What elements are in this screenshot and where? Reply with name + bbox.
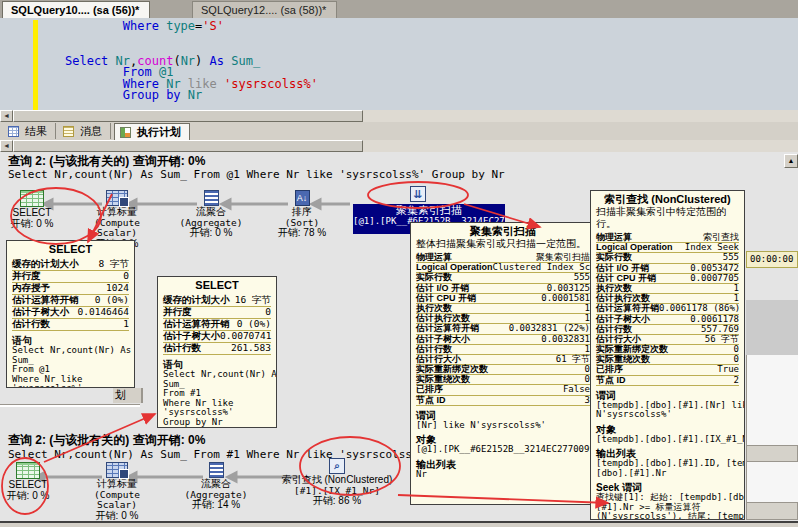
stat-value: 0.0146464 bbox=[78, 307, 129, 318]
code-token: 'sysrscolss%' bbox=[224, 77, 318, 91]
op-select-1[interactable]: SELECT 开销: 0 % bbox=[0, 190, 64, 229]
tooltip-section-line: [dbo].[#1].Nr bbox=[596, 469, 739, 479]
stat-value: 555 bbox=[574, 273, 590, 282]
background-window-fragment bbox=[746, 300, 798, 355]
stat-value: True bbox=[717, 365, 739, 374]
stat-label: 节点 ID bbox=[416, 396, 446, 405]
tooltip-stat-row: 节点 ID2 bbox=[596, 376, 739, 386]
stat-value: 61 字节 bbox=[556, 355, 590, 364]
code-token: Nr bbox=[181, 54, 195, 68]
stat-value: 0.0032831 (22%) bbox=[509, 324, 590, 333]
compute-scalar-icon bbox=[106, 190, 128, 206]
tab-results-label: 结果 bbox=[25, 125, 47, 137]
stat-value: 56 字节 bbox=[705, 335, 739, 344]
tab-sqlquery10[interactable]: SQLQuery10.... (sa (56))* bbox=[2, 1, 150, 18]
op-label: 流聚合 bbox=[176, 479, 256, 490]
tooltip-title: 索引查找 (NonClustered) bbox=[596, 193, 739, 206]
scrollbar-thumb[interactable] bbox=[13, 140, 363, 152]
tooltip-stat-row: 估计运算符开销0.0061178 (86%) bbox=[596, 304, 739, 314]
op-label: SELECT bbox=[0, 208, 64, 219]
stat-value: 2 bbox=[734, 376, 739, 385]
tooltip-section-line: N'sysrscolss%' bbox=[596, 410, 739, 420]
stat-value: 16 字节 bbox=[235, 295, 271, 306]
op-stream-aggregate-2[interactable]: 流聚合 (Aggregate) 开销: 14 % bbox=[176, 462, 256, 511]
tab-results[interactable]: 结果 bbox=[3, 123, 56, 139]
op-sublabel: (Compute Scalar) bbox=[77, 490, 157, 511]
op-stream-aggregate-1[interactable]: 流聚合 (Aggregate) 开销: 0 % bbox=[171, 190, 251, 239]
tooltip-stats: 物理运算索引查找Logical OperationIndex Seek实际行数5… bbox=[596, 233, 739, 386]
stat-label: 实际重绕次数 bbox=[416, 375, 470, 384]
tooltip-title: SELECT bbox=[163, 279, 271, 292]
op-sort-1[interactable]: A↓ 排序 (Sort) 开销: 78 % bbox=[262, 190, 342, 239]
stat-value: 261.583 bbox=[231, 343, 271, 354]
stat-label: 估计行数 bbox=[416, 345, 452, 354]
stat-value: 0.0053472 bbox=[690, 264, 739, 273]
stream-aggregate-icon bbox=[209, 462, 224, 478]
code-line: Group by Nr bbox=[65, 88, 202, 102]
stat-value: 0 bbox=[734, 345, 739, 354]
tab-sqlquery12[interactable]: SQLQuery12.... (sa (58))* bbox=[192, 1, 337, 18]
stat-value: 0.0070741 bbox=[220, 331, 271, 342]
tooltip-description: 整体扫描聚集索引或只扫描一定范围。 bbox=[416, 238, 590, 250]
stat-value: 0.0032831 bbox=[541, 335, 590, 344]
op-cost: 开销: 78 % bbox=[262, 228, 342, 239]
changed-lines-bar bbox=[33, 20, 38, 110]
stat-label: 实际行数 bbox=[596, 253, 632, 262]
tooltip-section-title: 输出列表 bbox=[416, 459, 590, 470]
stream-aggregate-icon bbox=[204, 190, 219, 206]
scroll-left-icon[interactable]: ◄ bbox=[0, 140, 13, 152]
editor-hscrollbar[interactable]: ◄ bbox=[0, 110, 798, 122]
clustered-index-scan-icon: ⇊ bbox=[410, 186, 426, 202]
tab-execution-plan[interactable]: 执行计划 bbox=[114, 123, 190, 141]
tooltip-section-line: (N'sysrscolss'), 结尾: [tempdb]. bbox=[596, 512, 739, 520]
stat-value: False bbox=[563, 385, 590, 394]
stat-label: 物理运算 bbox=[596, 233, 632, 242]
stat-value: 0 (0%) bbox=[237, 319, 271, 330]
tooltip-section-line: Nr bbox=[416, 470, 590, 480]
pane-bottom-border bbox=[0, 521, 798, 523]
tooltip-select-query2: SELECT缓存的计划大小16 字节并行度0估计运算符开销0 (0%)估计子树大… bbox=[157, 276, 277, 428]
op-label: SELECT bbox=[0, 480, 56, 491]
op-compute-scalar-2[interactable]: 计算标量 (Compute Scalar) 开销: 0 % bbox=[77, 462, 157, 521]
code-token: type bbox=[166, 19, 195, 33]
sql-code-editor[interactable]: Where type='S' Select Nr,count(Nr) As Su… bbox=[0, 18, 798, 110]
scroll-left-icon[interactable]: ◄ bbox=[0, 110, 13, 122]
tooltip-stats: 物理运算聚集索引扫描Logical OperationClustered Ind… bbox=[416, 253, 590, 406]
plan-hscrollbar[interactable]: ◄ bbox=[0, 140, 798, 152]
stat-label: 估计行数 bbox=[163, 343, 201, 354]
stat-value: 0.0061178 bbox=[690, 315, 739, 324]
stat-label: 估计 CPU 开销 bbox=[416, 294, 476, 303]
scrollbar-thumb[interactable] bbox=[13, 110, 363, 122]
op-index-seek-2[interactable]: ⌕ 索引查找 (NonClustered) [#1].[IX_#1_Nr] 开销… bbox=[267, 458, 407, 507]
stat-label: 估计子树大小 bbox=[416, 335, 470, 344]
op-select-2[interactable]: SELECT 开销: 0 % bbox=[0, 462, 56, 501]
tab-messages[interactable]: 消息 bbox=[58, 123, 111, 139]
stat-value: 1 bbox=[123, 319, 129, 330]
stat-label: 估计子树大小 bbox=[596, 315, 650, 324]
code-token bbox=[65, 88, 123, 102]
stat-label: 估计 CPU 开销 bbox=[596, 274, 656, 283]
op-clustered-index-scan-icon-node[interactable]: ⇊ bbox=[410, 186, 426, 203]
code-token: 'S' bbox=[202, 19, 224, 33]
stat-label: 估计运算符开销 bbox=[416, 324, 479, 333]
op-cost: 开销: 0 % bbox=[0, 219, 64, 230]
stat-label: 估计 I/O 开销 bbox=[416, 284, 469, 293]
stat-label: 实际重新绑定次数 bbox=[416, 365, 488, 374]
tooltip-section-line: 'sysrscolss%' bbox=[12, 384, 129, 388]
op-cost: 开销: 86 % bbox=[267, 496, 407, 507]
stat-value: 555 bbox=[723, 253, 739, 262]
tab-messages-label: 消息 bbox=[80, 125, 102, 137]
code-token: Sum_ bbox=[231, 54, 260, 68]
stat-label: 估计运算符开销 bbox=[163, 319, 230, 330]
op-label: 计算标量 bbox=[77, 479, 157, 490]
scroll-up-icon[interactable]: ▲ bbox=[784, 154, 798, 168]
op-label: 排序 bbox=[262, 207, 342, 218]
stat-label: 估计行数 bbox=[12, 319, 50, 330]
tooltip-index-seek: 索引查找 (NonClustered)扫描非聚集索引中特定范围的行。物理运算索引… bbox=[590, 190, 745, 520]
index-seek-icon: ⌕ bbox=[329, 458, 345, 474]
stat-value: 0.003125 bbox=[547, 284, 590, 293]
op-sublabel: (Compute Scalar) bbox=[77, 218, 157, 239]
stat-label: 物理运算 bbox=[416, 253, 452, 262]
op-cost: 开销: 0 % bbox=[77, 511, 157, 522]
stat-label: 估计执行次数 bbox=[596, 294, 650, 303]
